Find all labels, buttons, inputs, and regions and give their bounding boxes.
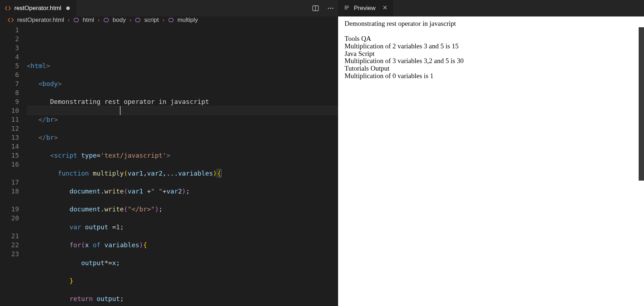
symbol-icon <box>168 17 174 23</box>
kw-return: return <box>69 295 93 302</box>
code-file-icon <box>8 17 14 23</box>
number-literal: 1 <box>116 223 120 231</box>
preview-line: Demonstrating rest operator in javascrip… <box>345 20 638 28</box>
close-icon[interactable] <box>382 5 387 12</box>
obj-document: document <box>69 187 101 195</box>
param: var1 <box>128 169 143 177</box>
code-file-icon <box>5 5 11 11</box>
breadcrumb-item[interactable]: html <box>83 16 94 24</box>
tag-br: br <box>46 116 54 123</box>
more-icon[interactable] <box>327 4 335 12</box>
symbol-icon <box>73 17 79 23</box>
preview-icon <box>344 5 350 12</box>
text-content: Demonstrating rest operator in javascrip… <box>50 98 209 105</box>
kw-function: function <box>58 169 89 177</box>
file-tab[interactable]: restOperator.html <box>0 0 76 16</box>
file-tab-label: restOperator.html <box>14 5 61 12</box>
string-literal: "</br>" <box>128 205 155 213</box>
breadcrumb[interactable]: restOperator.html › html › body › script… <box>0 16 338 24</box>
svg-point-3 <box>330 8 331 9</box>
preview-tab-label: Preview <box>354 5 375 12</box>
op: = <box>108 223 116 231</box>
param-rest: ...variables <box>166 169 213 177</box>
tag-script: script <box>54 152 77 159</box>
chevron-right-icon: › <box>130 16 132 24</box>
preview-tab-bar: Preview <box>338 0 644 16</box>
kw-var: var <box>69 223 81 231</box>
preview-line: Multiplication of 3 variables 3,2 and 5 … <box>345 57 638 65</box>
preview-content: Demonstrating rest operator in javascrip… <box>338 16 644 306</box>
preview-line: Tools QA <box>345 35 638 43</box>
dirty-indicator-icon <box>66 6 70 10</box>
preview-tab[interactable]: Preview <box>338 0 393 16</box>
preview-pane: Preview Demonstrating rest operator in j… <box>338 0 644 306</box>
breadcrumb-item[interactable]: body <box>113 16 126 24</box>
kw-for: for <box>69 241 81 249</box>
chevron-right-icon: › <box>98 16 100 24</box>
preview-line: Multiplication of 0 variables is 1 <box>345 72 638 80</box>
svg-point-2 <box>328 8 329 9</box>
preview-line <box>345 28 638 35</box>
line-gutter: 1234567891011121314151617181920212223 <box>0 24 27 306</box>
preview-line: Tutorials Output <box>345 65 638 72</box>
tag-body: body <box>42 80 58 87</box>
kw-of: of <box>93 241 101 249</box>
var: x <box>85 241 89 249</box>
code-editor[interactable]: 1234567891011121314151617181920212223 <h… <box>0 24 338 306</box>
text-cursor <box>120 106 121 115</box>
fn-multiply: multiply <box>93 169 124 177</box>
var-output: output <box>85 223 108 231</box>
chevron-right-icon: › <box>162 16 165 24</box>
tag-br: br <box>46 134 54 141</box>
svg-point-4 <box>332 8 333 9</box>
var: var1 <box>128 187 143 195</box>
breadcrumb-item[interactable]: multiply <box>177 16 198 24</box>
symbol-icon <box>103 17 109 23</box>
var: variables <box>104 241 140 249</box>
tag-html: html <box>31 62 46 70</box>
var: output <box>97 295 120 302</box>
editor-pane: restOperator.html restOperator.html › ht… <box>0 0 338 306</box>
minimap[interactable] <box>639 27 644 306</box>
editor-tab-bar: restOperator.html <box>0 0 338 16</box>
chevron-right-icon: › <box>68 16 70 24</box>
symbol-icon <box>135 17 141 23</box>
code-content[interactable]: <html> <body> Demonstrating rest operato… <box>27 24 338 306</box>
attr-value: 'text/javascript' <box>101 152 166 159</box>
fn-write: write <box>104 187 124 195</box>
breadcrumb-file[interactable]: restOperator.html <box>17 16 64 24</box>
preview-line: Java Script <box>345 50 638 58</box>
breadcrumb-item[interactable]: script <box>144 16 159 24</box>
var: var2 <box>166 187 182 195</box>
split-editor-icon[interactable] <box>312 4 319 12</box>
attr-type: type <box>81 152 97 159</box>
preview-line: Multiplication of 2 variables 3 and 5 is… <box>345 43 638 50</box>
param: var2 <box>147 169 162 177</box>
